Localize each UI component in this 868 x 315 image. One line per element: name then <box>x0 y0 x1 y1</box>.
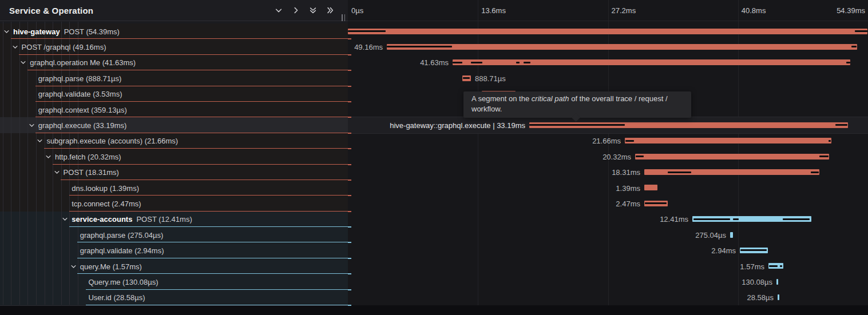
span-row-border <box>69 211 348 212</box>
span-label: graphql.validate (2.94ms) <box>80 246 164 255</box>
timeline-row[interactable] <box>348 23 868 39</box>
span-row[interactable]: query.Me (1.57ms) <box>0 258 348 274</box>
span-bar[interactable] <box>644 185 657 190</box>
span-label: POST (18.31ms) <box>64 168 119 177</box>
double-chevron-down-icon[interactable] <box>309 6 317 14</box>
span-row[interactable]: tcp.connect (2.47ms) <box>0 196 348 211</box>
span-row[interactable]: subgraph.execute (accounts) (21.66ms) <box>0 133 348 149</box>
span-expand-chevron-icon[interactable] <box>3 28 10 34</box>
tooltip-text-before: A segment on the <box>471 94 532 103</box>
timeline-row[interactable]: 28.58µs <box>348 290 868 305</box>
timeline-axis: 0µs13.6ms27.2ms40.8ms54.39ms <box>348 0 868 21</box>
span-row[interactable]: service-accountsPOST (12.41ms) <box>0 212 348 227</box>
span-row[interactable]: graphql.parse (888.71µs) <box>0 70 348 86</box>
span-row[interactable]: dns.lookup (1.39ms) <box>0 180 348 196</box>
axis-tick-label: 27.2ms <box>612 6 636 15</box>
span-expand-chevron-icon[interactable] <box>70 263 77 269</box>
span-tree-header: Service & Operation <box>0 0 348 21</box>
span-bar[interactable] <box>635 154 829 160</box>
timeline-row[interactable]: 12.41ms <box>348 212 868 227</box>
span-row[interactable]: POST (18.31ms) <box>0 165 348 180</box>
timeline-row[interactable]: 275.04µs <box>348 227 868 242</box>
span-bar[interactable] <box>768 263 783 269</box>
double-chevron-right-icon[interactable] <box>326 6 334 14</box>
span-duration-label: 2.94ms <box>711 246 736 255</box>
span-row[interactable]: http.fetch (20.32ms) <box>0 149 348 164</box>
chevron-down-icon[interactable] <box>275 6 283 14</box>
panel-resizer-handle[interactable] <box>342 14 345 21</box>
span-bar[interactable] <box>730 232 733 238</box>
span-bar[interactable] <box>740 248 768 253</box>
span-bar[interactable] <box>778 294 779 300</box>
chevron-right-icon[interactable] <box>292 6 300 14</box>
span-row-border <box>69 195 348 196</box>
span-bar[interactable] <box>462 75 471 81</box>
timeline-row[interactable]: 2.47ms <box>348 196 868 211</box>
span-label: graphql.parse (888.71µs) <box>38 74 122 82</box>
span-expand-chevron-icon[interactable] <box>37 138 43 144</box>
tooltip-italic-text: critical path <box>532 94 569 103</box>
span-bar[interactable] <box>387 44 857 50</box>
span-row[interactable]: hive-gatewayPOST (54.39ms) <box>0 23 348 39</box>
span-row[interactable]: POST /graphql (49.16ms) <box>0 39 348 54</box>
span-label: subgraph.execute (accounts) (21.66ms) <box>46 137 178 145</box>
span-duration-label: 18.31ms <box>612 168 640 177</box>
span-row[interactable]: graphql.execute (33.19ms) <box>0 117 348 133</box>
span-expand-chevron-icon[interactable] <box>12 44 18 50</box>
span-duration-label: 21.66ms <box>592 137 621 145</box>
span-expand-chevron-icon[interactable] <box>29 122 35 129</box>
span-bar[interactable] <box>692 216 811 222</box>
timeline-row[interactable]: hive-gateway::graphql.execute | 33.19ms <box>348 117 868 133</box>
timeline-row[interactable]: 49.16ms <box>348 39 868 54</box>
timeline-panel: 0µs13.6ms27.2ms40.8ms54.39ms 49.16ms41.6… <box>348 0 868 305</box>
span-row[interactable]: graphql.validate (3.53ms) <box>0 86 348 102</box>
span-row[interactable]: graphql.parse (275.04µs) <box>0 227 348 242</box>
span-tree-panel: Service & Operation hive-gatewayPOST (54… <box>0 0 348 306</box>
span-row-border <box>77 258 348 258</box>
span-bar[interactable] <box>644 201 668 206</box>
span-label: http.fetch (20.32ms) <box>55 152 121 161</box>
span-label: hive-gatewayPOST (54.39ms) <box>13 27 120 35</box>
timeline-row[interactable]: 41.63ms <box>348 55 868 70</box>
timeline-row[interactable]: 20.32ms <box>348 149 868 164</box>
span-expand-chevron-icon[interactable] <box>45 153 51 160</box>
timeline-row[interactable]: 18.31ms <box>348 165 868 180</box>
span-bar[interactable] <box>529 122 848 128</box>
span-row[interactable]: graphql.context (359.13µs) <box>0 102 348 117</box>
axis-tick-label: 54.39ms <box>837 6 865 15</box>
span-bar[interactable] <box>453 59 850 65</box>
span-row[interactable]: User.id (28.58µs) <box>0 290 348 305</box>
critical-path-tooltip: A segment on the critical path of the ov… <box>463 91 691 118</box>
timeline-row[interactable]: 2.94ms <box>348 242 868 258</box>
span-duration-label: 28.58µs <box>747 293 774 302</box>
span-row-border <box>61 180 348 180</box>
span-row[interactable]: Query.me (130.08µs) <box>0 274 348 289</box>
span-bar[interactable] <box>776 279 778 285</box>
span-bar[interactable] <box>348 29 867 34</box>
timeline-row[interactable]: 888.71µs <box>348 70 868 86</box>
timeline-row[interactable]: 1.39ms <box>348 180 868 196</box>
span-row[interactable]: graphql.validate (2.94ms) <box>0 242 348 258</box>
span-row-border <box>19 54 348 55</box>
span-label: graphql.parse (275.04µs) <box>80 230 164 239</box>
span-label: graphql.execute (33.19ms) <box>38 121 127 130</box>
span-duration-label: hive-gateway::graphql.execute | 33.19ms <box>390 121 525 130</box>
axis-tick-label: 0µs <box>351 6 363 15</box>
span-label: graphql.operation Me (41.63ms) <box>30 58 136 67</box>
timeline-row[interactable]: 1.57ms <box>348 258 868 274</box>
span-row-border <box>77 242 348 242</box>
span-expand-chevron-icon[interactable] <box>20 59 26 66</box>
timeline-row[interactable]: 130.08µs <box>348 274 868 289</box>
span-bar[interactable] <box>625 138 831 143</box>
span-expand-chevron-icon[interactable] <box>54 169 60 176</box>
tree-header-icons <box>275 6 334 14</box>
span-label: POST /graphql (49.16ms) <box>22 43 106 51</box>
service-operation-title: Service & Operation <box>9 6 275 15</box>
span-duration-label: 130.08µs <box>742 277 772 286</box>
span-bar[interactable] <box>644 169 819 175</box>
span-expand-chevron-icon[interactable] <box>62 216 68 222</box>
span-row[interactable]: graphql.operation Me (41.63ms) <box>0 55 348 70</box>
span-row-border <box>69 226 348 227</box>
timeline-row[interactable]: 21.66ms <box>348 133 868 149</box>
span-row-border <box>35 101 348 102</box>
